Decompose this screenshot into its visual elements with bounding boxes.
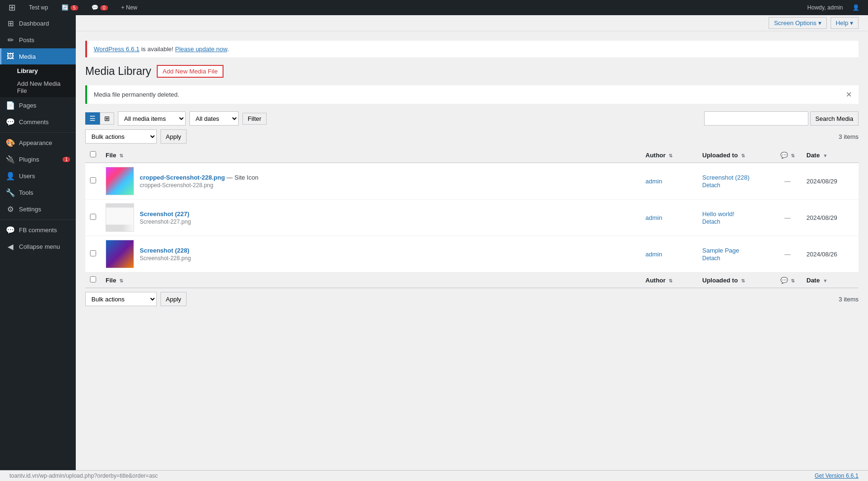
adminbar-howdy[interactable]: Howdy, admin [805,2,846,13]
file-link[interactable]: Screenshot (228) [140,247,189,254]
table-header-row: File ⇅ Author ⇅ Uploaded to ⇅ 💬 [85,147,859,163]
col-header-uploaded[interactable]: Uploaded to ⇅ [698,147,773,163]
comment-cell: — [773,163,802,200]
detach-link[interactable]: Detach [702,218,769,225]
author-cell: admin [641,163,698,200]
search-row: Search Media [704,111,859,126]
sidebar-item-posts[interactable]: ✏ Posts [0,32,76,48]
grid-view-button[interactable]: ⊞ [100,112,114,125]
select-all-checkbox-top[interactable] [90,151,96,157]
adminbar-new[interactable]: + New [118,2,140,13]
col-footer-file[interactable]: File ⇅ [101,272,641,288]
apply-button-top[interactable]: Apply [161,129,187,144]
sidebar-item-settings[interactable]: ⚙ Settings [0,201,76,218]
uploaded-cell: Screenshot (228) Detach [698,163,773,200]
site-icon-label: — Site Icon [227,174,259,181]
admin-bar: ⊞ Test wp 🔄 5 💬 0 + New Howdy, admin 👤 [0,0,868,15]
author-cell: admin [641,200,698,236]
version-link[interactable]: Get Version 6.6.1 [814,472,859,479]
row-checkbox[interactable] [90,214,96,220]
adminbar-updates[interactable]: 🔄 5 [59,2,81,13]
sidebar-item-dashboard[interactable]: ⊞ Dashboard [0,15,76,32]
filter-button[interactable]: Filter [242,113,267,125]
uploaded-to-link[interactable]: Screenshot (228) [702,174,750,181]
list-view-button[interactable]: ☰ [85,112,100,125]
sidebar-item-plugins[interactable]: 🔌 Plugins 1 [0,151,76,168]
uploaded-to-link[interactable]: Hello world! [702,210,734,218]
detach-link[interactable]: Detach [702,182,769,189]
col-date-label: Date [806,152,820,159]
bulk-actions-bottom: Bulk actions Delete permanently Apply 3 … [85,292,859,306]
col-file-label-bottom: File [106,277,116,284]
file-link[interactable]: cropped-Screenshot-228.png [140,174,225,181]
sidebar-item-label: Tools [19,189,33,196]
search-media-button[interactable]: Search Media [810,111,859,126]
col-header-author[interactable]: Author ⇅ [641,147,698,163]
col-header-comment[interactable]: 💬 ⇅ [773,147,802,163]
author-link[interactable]: admin [645,178,662,185]
col-header-date[interactable]: Date ▼ [802,147,859,163]
dashboard-icon: ⊞ [6,19,15,28]
col-footer-author[interactable]: Author ⇅ [641,272,698,288]
author-cell: admin [641,236,698,272]
sidebar-item-add-new[interactable]: Add New Media File [0,77,76,97]
dates-filter[interactable]: All dates 2024/08 [189,111,239,126]
row-checkbox-cell [85,236,101,272]
sidebar-item-comments[interactable]: 💬 Comments [0,114,76,130]
apply-button-bottom[interactable]: Apply [161,292,187,306]
sidebar-item-label: Media [19,53,36,60]
col-footer-uploaded[interactable]: Uploaded to ⇅ [698,272,773,288]
file-link[interactable]: Screenshot (227) [140,210,189,218]
adminbar-site-name[interactable]: Test wp [26,2,51,13]
col-file-label: File [106,152,116,159]
wp-logo[interactable]: ⊞ [6,0,18,15]
author-link[interactable]: admin [645,214,662,221]
screen-options-button[interactable]: Screen Options ▾ [769,17,826,29]
date-sort-icon-bottom: ▼ [823,278,828,283]
media-items-filter[interactable]: All media items Images Audio Video Docum… [118,111,186,126]
sidebar-item-users[interactable]: 👤 Users [0,168,76,184]
file-sort-icon-bottom: ⇅ [119,278,123,283]
add-new-media-button[interactable]: Add New Media File [157,65,223,78]
file-name: Screenshot-228.png [140,255,191,262]
row-checkbox-cell [85,163,101,200]
sidebar-item-pages[interactable]: 📄 Pages [0,97,76,114]
row-checkbox[interactable] [90,250,96,256]
sidebar-item-library[interactable]: Library [0,64,76,77]
sidebar-item-label: Posts [19,36,35,44]
sidebar-item-tools[interactable]: 🔧 Tools [0,184,76,201]
comment-icon-bottom: 💬 [780,277,788,284]
sidebar-item-appearance[interactable]: 🎨 Appearance [0,135,76,151]
bulk-actions-select-top[interactable]: Bulk actions Delete permanently [85,129,157,144]
sidebar-item-collapse[interactable]: ◀ Collapse menu [0,238,76,255]
file-cell: cropped-Screenshot-228.png — Site Icon c… [101,163,641,200]
update-now-link[interactable]: Please update now [175,45,227,53]
dismiss-notice-button[interactable]: ✕ [846,90,852,99]
sidebar-item-label: Plugins [19,156,39,163]
col-footer-date[interactable]: Date ▼ [802,272,859,288]
update-link[interactable]: WordPress 6.6.1 [94,45,140,53]
detach-link[interactable]: Detach [702,255,769,262]
select-all-checkbox-bottom[interactable] [90,276,96,282]
sidebar-item-media[interactable]: 🖼 Media [0,48,76,64]
table-footer-row: File ⇅ Author ⇅ Uploaded to ⇅ 💬 [85,272,859,288]
adminbar-comments[interactable]: 💬 0 [89,2,111,13]
wp-footer: toantv.id.vn/wp-admin/upload.php?orderby… [0,470,868,481]
uploaded-sort-icon: ⇅ [741,153,745,158]
author-link[interactable]: admin [645,251,662,258]
date-cell: 2024/08/29 [802,163,859,200]
help-button[interactable]: Help ▾ [831,17,859,29]
col-header-file[interactable]: File ⇅ [101,147,641,163]
adminbar-avatar[interactable]: 👤 [850,2,862,13]
tools-icon: 🔧 [6,188,15,197]
row-checkbox[interactable] [90,177,96,183]
col-footer-comment[interactable]: 💬 ⇅ [773,272,802,288]
search-input[interactable] [704,111,808,126]
table-row: Screenshot (228) Screenshot-228.png admi… [85,236,859,272]
comments-icon: 💬 [6,118,15,127]
sidebar-item-fb-comments[interactable]: 💬 FB comments [0,222,76,238]
uploaded-to-link[interactable]: Sample Page [702,247,739,254]
sidebar-item-label: Collapse menu [19,243,60,250]
bulk-actions-top: Bulk actions Delete permanently Apply 3 … [85,129,859,144]
bulk-actions-select-bottom[interactable]: Bulk actions Delete permanently [85,292,157,306]
